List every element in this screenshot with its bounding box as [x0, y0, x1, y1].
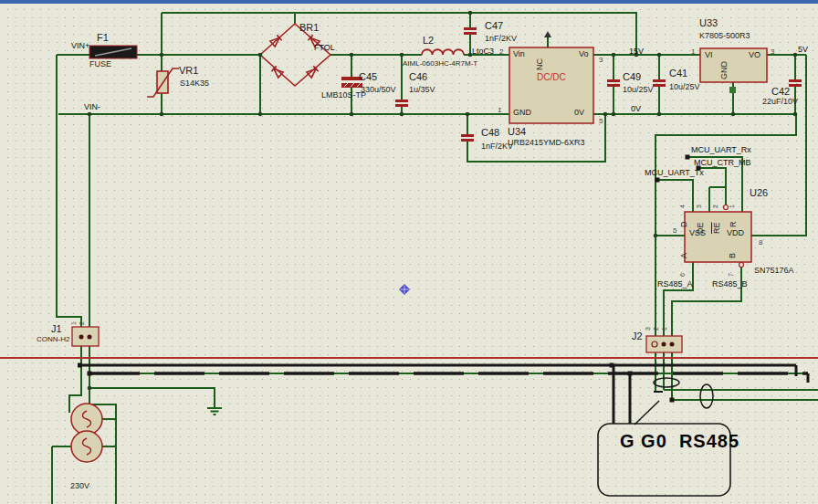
ref-vr1: VR1: [179, 66, 198, 76]
ref-c45: C45: [359, 72, 377, 82]
inpin-u34-vin: Vin: [513, 50, 525, 58]
net-vin-plus: VIN+: [71, 42, 89, 50]
ref-c48: C48: [481, 128, 499, 138]
inpin-u33-vi: VI: [705, 51, 713, 59]
ref-f1: F1: [97, 33, 109, 43]
pin-u34-1: 1: [498, 107, 501, 114]
pin-u33-1: 1: [691, 48, 695, 56]
net-ftol: FTOL: [314, 44, 335, 52]
pin-u34-3: 3: [599, 57, 603, 64]
inpin-u26-d: D: [680, 222, 688, 228]
net-mcu-ctr-mb: MCU_CTR_MB: [694, 159, 751, 167]
inpin-u34-0v: 0V: [574, 109, 584, 117]
val-source: 230V: [70, 482, 89, 490]
val-u26: SN75176A: [754, 267, 794, 275]
pin-u26-8: 8: [759, 239, 762, 247]
net-ltoc3: LtoC3: [472, 47, 494, 56]
pin-u26-1: 1: [729, 205, 735, 208]
pin-j2-1: 1: [661, 327, 667, 331]
ref-c42: C42: [771, 87, 790, 97]
pin-u26-2: 2: [712, 205, 718, 208]
val-c48: 1nF/2KV: [481, 142, 513, 151]
ref-j2: J2: [632, 331, 643, 341]
pin-u26-4: 4: [679, 205, 686, 208]
net-mcu-uart-tx: MCU_UART_Tx: [645, 169, 704, 177]
inpin-u33-vo: VO: [749, 51, 760, 59]
val-vr1: S14K35: [180, 79, 209, 88]
inpin-u34-vo: Vo: [579, 50, 589, 58]
pin-j1-1: 1: [70, 321, 77, 325]
ref-c41: C41: [669, 68, 687, 79]
pin-u33-3: 3: [771, 48, 774, 56]
pin-u26-3: 3: [696, 205, 702, 208]
annotation-box-label: G G0 RS485: [620, 432, 739, 450]
ref-u26: U26: [750, 188, 768, 198]
ref-j1: J1: [51, 324, 62, 334]
ref-c49: C49: [623, 72, 641, 82]
net-15v: 15V: [629, 47, 644, 56]
net-rs485-a: RS485_A: [657, 280, 693, 289]
ref-u34: U34: [508, 127, 526, 137]
val-u33: K7805-500R3: [699, 32, 750, 40]
inpin-u34-gnd: GND: [513, 109, 531, 117]
pin-u34-2: 2: [499, 48, 503, 56]
val-l2: AIML-0603HC-4R7M-T: [403, 60, 477, 68]
inpin-u26-r: R: [729, 222, 738, 228]
pin-j2-2: 2: [653, 327, 659, 331]
schematic-text-labels: VIN+F1FUSEVR1S14K35VIN-BR1FTOLC45330u/50…: [0, 0, 818, 504]
ref-l2: L2: [423, 36, 434, 46]
val-j1: CONN-H2: [37, 336, 69, 343]
val-c46: 1u/35V: [409, 86, 435, 94]
inpin-u26-re: RE: [713, 222, 721, 234]
inpin-u26-vdd: VDD: [727, 229, 744, 237]
pin-u26-7: 7: [728, 273, 734, 277]
ref-c47: C47: [485, 21, 503, 31]
net-rs485-b: RS485_B: [712, 280, 748, 289]
pin-j2-3: 3: [645, 327, 651, 331]
val-br1: LMB10S-TP: [321, 91, 366, 100]
val-c42: 22uF/10V: [762, 98, 798, 106]
ref-c46: C46: [409, 72, 427, 82]
pin-u34-5: 5: [599, 118, 603, 125]
val-c41: 10u/25V: [669, 83, 700, 91]
ref-u33: U33: [699, 18, 718, 28]
val-c47: 1nF/2KV: [485, 35, 517, 43]
net-0v-left: 0V: [631, 105, 641, 113]
inpin-u26-a: A: [680, 253, 688, 258]
pin-u26-6: 6: [679, 273, 686, 277]
inpin-u26-vss: VSS: [689, 229, 706, 237]
text-u34-dcdc: DC/DC: [537, 73, 566, 82]
pin-u26-5: 5: [673, 227, 676, 235]
net-vin-minus: VIN-: [84, 103, 100, 111]
pin-j1-2: 2: [79, 321, 85, 325]
net-mcu-uart-rx: MCU_UART_Rx: [691, 146, 751, 154]
inpin-u34-nc: NC: [536, 58, 544, 70]
val-f1: FUSE: [89, 60, 111, 68]
inpin-u33-gnd: GND: [720, 61, 729, 79]
val-u34: URB2415YMD-6XR3: [508, 139, 585, 147]
ref-br1: BR1: [299, 23, 319, 33]
schematic-editor-canvas[interactable]: VIN+F1FUSEVR1S14K35VIN-BR1FTOLC45330u/50…: [0, 0, 818, 504]
val-c49: 10u/25V: [623, 86, 654, 94]
net-5v: 5V: [798, 46, 808, 54]
inpin-u26-b: B: [729, 253, 737, 258]
